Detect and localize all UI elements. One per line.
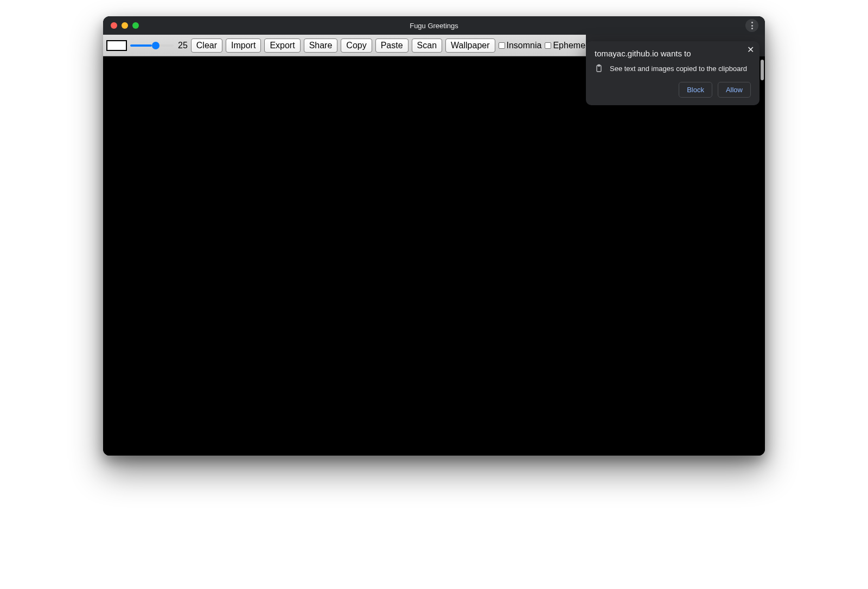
- paste-button[interactable]: Paste: [375, 39, 409, 53]
- brush-size-slider[interactable]: [130, 41, 174, 50]
- allow-button[interactable]: Allow: [718, 82, 751, 98]
- copy-button[interactable]: Copy: [341, 39, 372, 53]
- permission-origin-text: tomayac.github.io wants to: [595, 49, 751, 58]
- clipboard-icon: [595, 63, 603, 73]
- titlebar: Fugu Greetings: [103, 16, 765, 35]
- close-icon[interactable]: ✕: [747, 46, 754, 54]
- import-button[interactable]: Import: [226, 39, 261, 53]
- permission-prompt: ✕ tomayac.github.io wants to See text an…: [586, 41, 760, 105]
- block-button[interactable]: Block: [679, 82, 712, 98]
- scrollbar-thumb[interactable]: [761, 60, 764, 80]
- drawing-canvas[interactable]: [103, 56, 765, 456]
- permission-actions: Block Allow: [595, 82, 751, 98]
- window-title: Fugu Greetings: [103, 22, 765, 30]
- color-picker-swatch[interactable]: [106, 40, 127, 51]
- kebab-menu-button[interactable]: [745, 19, 758, 32]
- scan-button[interactable]: Scan: [412, 39, 442, 53]
- app-window: Fugu Greetings 25 Clear Import Export Sh…: [103, 16, 765, 456]
- permission-description-row: See text and images copied to the clipbo…: [595, 63, 751, 73]
- export-button[interactable]: Export: [264, 39, 300, 53]
- permission-description: See text and images copied to the clipbo…: [610, 65, 747, 73]
- insomnia-checkbox[interactable]: Insomnia: [499, 41, 542, 50]
- share-button[interactable]: Share: [304, 39, 338, 53]
- insomnia-label: Insomnia: [507, 41, 542, 50]
- brush-size-value: 25: [178, 41, 188, 50]
- wallpaper-button[interactable]: Wallpaper: [445, 39, 495, 53]
- clear-button[interactable]: Clear: [191, 39, 222, 53]
- checkbox-icon: [545, 42, 551, 49]
- checkbox-icon: [499, 42, 505, 49]
